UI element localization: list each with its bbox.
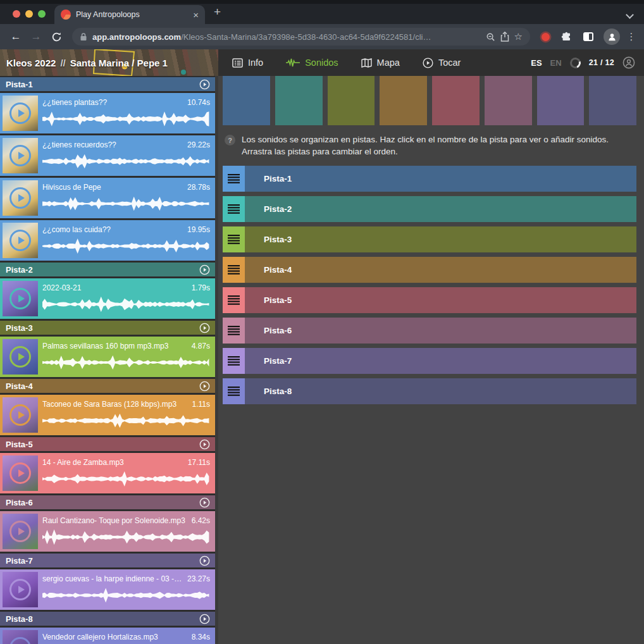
account-icon[interactable] [622, 56, 635, 69]
track-section-name[interactable]: Pista-1 [6, 80, 33, 89]
clip-waveform[interactable] [42, 296, 210, 313]
track-section-name[interactable]: Pista-2 [6, 265, 33, 275]
track-section-header[interactable]: Pista-4 [0, 379, 215, 393]
play-track-icon[interactable] [199, 439, 210, 450]
clip-waveform[interactable] [42, 111, 210, 127]
track-row-body[interactable]: Pista-8 [245, 378, 636, 404]
clip-play-icon[interactable] [9, 288, 31, 309]
drag-handle[interactable] [223, 378, 245, 404]
recording-extension-icon[interactable] [542, 33, 550, 41]
clip-thumbnail[interactable] [3, 96, 38, 131]
tab-search-chevron-icon[interactable] [626, 11, 634, 19]
browser-tab[interactable]: Play Antropoloops × [54, 5, 205, 24]
clip-play-icon[interactable] [9, 102, 31, 124]
play-track-icon[interactable] [199, 264, 210, 275]
track-section-header[interactable]: Pista-5 [0, 437, 215, 451]
audio-clip[interactable]: Vendedor callejero Hortalizas.mp38.34s [0, 628, 215, 644]
clip-play-icon[interactable] [9, 637, 31, 644]
clip-play-icon[interactable] [9, 230, 31, 251]
track-row[interactable]: Pista-7 [223, 348, 636, 374]
track-section-header[interactable]: Pista-6 [0, 495, 215, 509]
clip-waveform[interactable] [42, 354, 210, 371]
clip-play-icon[interactable] [9, 145, 31, 166]
clip-waveform[interactable] [42, 471, 210, 487]
audio-clip[interactable]: ¿¿como las cuida??19.95s [0, 220, 215, 261]
forward-button[interactable]: → [28, 30, 44, 43]
nav-mapa[interactable]: Mapa [361, 58, 400, 68]
clip-thumbnail[interactable] [3, 572, 38, 607]
track-section-name[interactable]: Pista-4 [6, 381, 33, 391]
track-section-header[interactable]: Pista-2 [0, 263, 215, 276]
fullscreen-window-button[interactable] [38, 10, 46, 18]
track-row-body[interactable]: Pista-2 [245, 196, 636, 222]
close-window-button[interactable] [13, 10, 20, 18]
nav-info[interactable]: Info [232, 58, 263, 68]
track-section-header[interactable]: Pista-7 [0, 554, 215, 567]
browser-menu-icon[interactable]: ⋮ [626, 31, 636, 42]
clip-waveform[interactable] [42, 238, 210, 254]
drag-handle[interactable] [223, 287, 245, 313]
track-color-swatch[interactable] [328, 76, 375, 125]
track-section-name[interactable]: Pista-6 [6, 498, 33, 507]
audio-clip[interactable]: Taconeo de Sara Baras (128 kbps).mp31.11… [0, 395, 215, 435]
reload-button[interactable] [48, 32, 65, 42]
track-color-swatch[interactable] [589, 76, 636, 125]
play-track-icon[interactable] [199, 555, 210, 566]
track-row[interactable]: Pista-2 [223, 196, 636, 222]
clip-thumbnail[interactable] [3, 397, 38, 433]
track-color-swatch[interactable] [275, 76, 323, 125]
play-track-icon[interactable] [199, 614, 210, 624]
track-row-body[interactable]: Pista-3 [245, 226, 636, 252]
clip-play-icon[interactable] [9, 579, 31, 600]
drag-handle[interactable] [223, 226, 245, 252]
clip-waveform[interactable] [42, 412, 210, 429]
drag-handle[interactable] [223, 348, 245, 374]
clip-thumbnail[interactable] [3, 281, 38, 316]
back-button[interactable]: ← [8, 30, 24, 43]
track-row-body[interactable]: Pista-1 [245, 166, 636, 192]
tab-close-icon[interactable]: × [193, 10, 199, 20]
track-row-body[interactable]: Pista-6 [245, 318, 636, 344]
clip-waveform[interactable] [42, 529, 210, 545]
clip-play-icon[interactable] [9, 462, 31, 484]
track-color-swatch[interactable] [537, 76, 585, 125]
track-row[interactable]: Pista-6 [223, 318, 636, 344]
extensions-puzzle-icon[interactable] [561, 32, 572, 42]
clip-thumbnail[interactable] [3, 339, 38, 375]
track-row[interactable]: Pista-8 [223, 378, 636, 404]
address-bar[interactable]: app.antropoloops.com/Kleos-Santa-Marina/… [72, 28, 530, 46]
lang-es-button[interactable]: ES [531, 58, 542, 68]
track-section-name[interactable]: Pista-3 [6, 323, 33, 333]
track-row-name[interactable]: Pista-1 [264, 174, 292, 183]
audio-clip[interactable]: ¿¿tienes plantas??10.74s [0, 93, 215, 133]
track-row-body[interactable]: Pista-4 [245, 257, 636, 283]
drag-handle[interactable] [223, 257, 245, 283]
clip-thumbnail[interactable] [3, 455, 38, 491]
share-icon[interactable] [500, 32, 509, 42]
track-row-name[interactable]: Pista-3 [264, 235, 292, 244]
new-tab-button[interactable]: + [214, 3, 221, 22]
audio-clip[interactable]: 14 - Aire de Zamba.mp317.11s [0, 453, 215, 493]
minimize-window-button[interactable] [25, 10, 33, 18]
side-panel-icon[interactable] [583, 32, 593, 41]
track-row-name[interactable]: Pista-8 [264, 387, 292, 396]
clip-play-icon[interactable] [9, 404, 31, 426]
track-row-name[interactable]: Pista-7 [264, 356, 292, 366]
drag-handle[interactable] [223, 318, 245, 344]
track-row-body[interactable]: Pista-5 [245, 287, 636, 313]
clip-play-icon[interactable] [9, 346, 31, 368]
track-section-name[interactable]: Pista-7 [6, 556, 33, 566]
track-section-name[interactable]: Pista-8 [6, 614, 33, 624]
audio-clip[interactable]: sergio cuevas - la harpe indienne - 03 -… [0, 569, 215, 610]
breadcrumb-page[interactable]: Santa Marina / Pepe 1 [70, 58, 168, 68]
audio-clip[interactable]: Palmas sevillanas 160 bpm mp3.mp34.87s [0, 337, 215, 377]
drag-handle[interactable] [223, 166, 245, 192]
clip-waveform[interactable] [42, 153, 210, 170]
track-row[interactable]: Pista-1 [223, 166, 636, 192]
play-track-icon[interactable] [199, 323, 210, 333]
audio-clip[interactable]: 2022-03-211.79s [0, 278, 215, 319]
clip-thumbnail[interactable] [3, 138, 38, 173]
clip-play-icon[interactable] [9, 187, 31, 209]
map-thumbnail[interactable]: Kleos 2022 // Santa Marina / Pepe 1 [0, 49, 218, 76]
audio-clip[interactable]: Raul Cantizano- Toque por Solenoide.mp36… [0, 511, 215, 552]
